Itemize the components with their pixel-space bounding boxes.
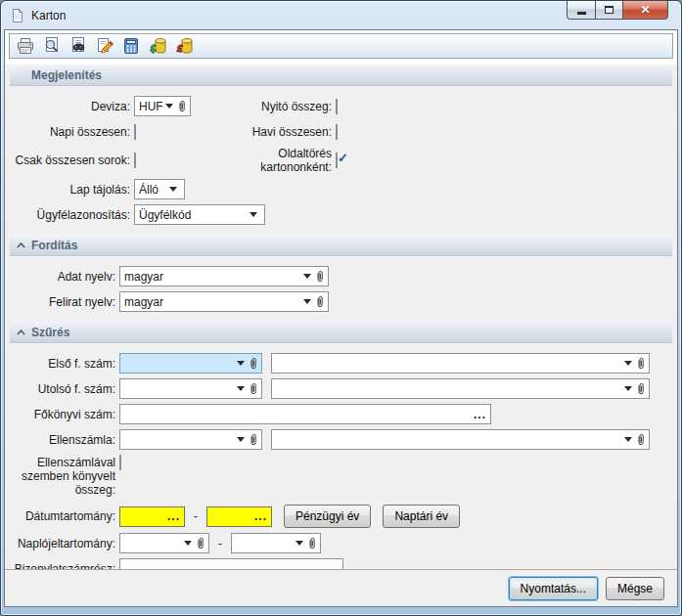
datum-from-input[interactable] <box>124 509 167 523</box>
date-picker-ellipsis-button[interactable]: ... <box>254 511 267 521</box>
ellenszamla-combo[interactable] <box>119 429 262 450</box>
document-icon <box>10 8 25 23</box>
deviza-combo[interactable]: HUF <box>134 96 191 116</box>
chevron-down-icon[interactable] <box>296 541 303 546</box>
database-import-icon[interactable] <box>145 35 169 57</box>
chevron-down-icon[interactable] <box>250 212 257 217</box>
print-preview-icon[interactable] <box>39 35 64 57</box>
paperclip-icon[interactable] <box>315 295 325 309</box>
adat-nyelv-label: Adat nyelv: <box>13 270 115 284</box>
paperclip-icon[interactable] <box>636 382 646 396</box>
chevron-down-icon[interactable] <box>303 299 311 304</box>
utolso-fszam-nev-combo[interactable] <box>271 378 650 399</box>
fokonyvi-szam-field[interactable]: ... <box>119 404 491 424</box>
paperclip-icon[interactable] <box>307 537 317 550</box>
elso-fszam-nev-combo[interactable] <box>271 353 650 374</box>
chevron-down-icon[interactable] <box>237 437 245 442</box>
ellenszamla-label: Ellenszámla: <box>13 433 115 447</box>
row-ellenszamla: Ellenszámla: <box>13 429 677 450</box>
felirat-nyelv-value: magyar <box>124 295 300 309</box>
browse-ellipsis-button[interactable]: ... <box>474 410 486 419</box>
row-fokonyvi-szam: Főkönyvi szám: ... <box>13 404 677 424</box>
chevron-down-icon[interactable] <box>237 361 245 366</box>
naptari-ev-button[interactable]: Naptári év <box>383 505 460 528</box>
date-picker-ellipsis-button[interactable]: ... <box>167 511 180 521</box>
oldaltores-label: Oldaltörés kartononként: <box>208 147 332 174</box>
chevron-down-icon[interactable] <box>624 437 632 442</box>
utolso-fszam-label: Utolsó f. szám: <box>13 382 115 396</box>
paperclip-icon[interactable] <box>315 270 325 284</box>
ugyfelazonositas-combo[interactable]: Ügyfélkód <box>134 204 265 225</box>
row-lap-tajolas: Lap tájolás: Álló <box>13 179 677 199</box>
elso-fszam-combo[interactable] <box>119 353 262 374</box>
datumtartomany-label: Dátumtartomány: <box>13 509 115 523</box>
section-header-forditas[interactable]: Fordítás <box>10 235 672 256</box>
footer-button-bar: Nyomtatás... Mégse <box>5 569 677 606</box>
row-napi-havi: Napi összesen: Havi összesen: <box>13 121 677 142</box>
ellenszamlaval-label: Ellenszámlával szemben könyvelt összeg: <box>13 455 115 497</box>
utolso-fszam-combo[interactable] <box>119 378 262 399</box>
csak-osszesen-checkbox[interactable] <box>134 153 136 168</box>
maximize-icon <box>605 6 614 14</box>
fokonyvi-szam-input[interactable] <box>124 408 474 421</box>
havi-osszesen-checkbox[interactable] <box>336 124 338 140</box>
paperclip-icon[interactable] <box>196 537 205 550</box>
datum-from-field[interactable]: ... <box>119 506 185 527</box>
row-adat-nyelv: Adat nyelv: magyar <box>13 266 677 286</box>
section-header-szures[interactable]: Szűrés <box>10 322 672 343</box>
ugyfelazonositas-label: Ügyfélazonosítás: <box>13 208 130 222</box>
collapse-chevron-icon[interactable] <box>17 242 25 248</box>
calculator-icon[interactable] <box>118 35 143 57</box>
nyomtatas-button[interactable]: Nyomtatás... <box>509 577 598 600</box>
datum-to-field[interactable]: ... <box>206 506 272 527</box>
database-export-icon[interactable] <box>171 35 196 57</box>
oldaltores-checkbox[interactable] <box>336 153 338 168</box>
ellenszamla-nev-combo[interactable] <box>271 429 650 450</box>
naplojeltartomany-label: Naplójeltartomány: <box>13 537 115 550</box>
maximize-button[interactable] <box>595 1 623 20</box>
section-header-megjelenites: Megjelenítés <box>10 65 672 86</box>
nyito-osszeg-checkbox[interactable] <box>336 99 338 114</box>
paperclip-icon[interactable] <box>249 382 258 396</box>
lap-tajolas-combo[interactable]: Álló <box>134 179 185 199</box>
chevron-down-icon[interactable] <box>624 386 632 391</box>
chevron-down-icon[interactable] <box>169 187 177 192</box>
paperclip-icon[interactable] <box>636 357 646 371</box>
range-dash: - <box>213 537 227 550</box>
napi-osszesen-checkbox[interactable] <box>134 124 136 140</box>
chevron-down-icon[interactable] <box>303 274 311 279</box>
close-button[interactable]: ✕ <box>623 1 668 20</box>
naplojel-to-combo[interactable] <box>231 533 321 553</box>
megse-button[interactable]: Mégse <box>606 577 664 600</box>
felirat-nyelv-combo[interactable]: magyar <box>119 291 329 312</box>
napi-osszesen-label: Napi összesen: <box>13 125 130 139</box>
row-felirat-nyelv: Felirat nyelv: magyar <box>13 291 677 312</box>
row-elso-fszam: Első f. szám: <box>13 353 677 374</box>
minimize-button[interactable] <box>567 1 595 20</box>
titlebar[interactable]: Karton ✕ <box>1 1 681 29</box>
lap-tajolas-label: Lap tájolás: <box>13 183 130 197</box>
paperclip-icon[interactable] <box>249 433 258 447</box>
edit-document-icon[interactable] <box>92 35 116 57</box>
paperclip-icon[interactable] <box>636 433 646 447</box>
chevron-down-icon[interactable] <box>184 541 192 546</box>
row-deviza-nyito: Deviza: HUF Nyitó összeg: <box>13 96 677 116</box>
chevron-down-icon[interactable] <box>237 386 245 391</box>
collapse-chevron-icon[interactable] <box>17 330 25 335</box>
karton-window: Karton ✕ <box>0 0 682 616</box>
nyito-osszeg-label: Nyitó összeg: <box>208 100 332 113</box>
naplojel-from-combo[interactable] <box>119 533 209 553</box>
penzugyi-ev-button[interactable]: Pénzügyi év <box>284 505 371 528</box>
document-search-icon[interactable] <box>66 35 90 57</box>
print-icon[interactable] <box>13 35 37 57</box>
chevron-down-icon[interactable] <box>624 361 632 366</box>
chevron-down-icon[interactable] <box>165 104 173 109</box>
paperclip-icon[interactable] <box>177 100 187 113</box>
ellenszamlaval-checkbox[interactable] <box>119 455 121 470</box>
paperclip-icon[interactable] <box>249 357 258 371</box>
deviza-label: Deviza: <box>13 100 130 113</box>
elso-fszam-label: Első f. szám: <box>13 357 115 371</box>
adat-nyelv-combo[interactable]: magyar <box>119 266 329 286</box>
adat-nyelv-value: magyar <box>124 270 300 284</box>
datum-to-input[interactable] <box>211 509 254 523</box>
